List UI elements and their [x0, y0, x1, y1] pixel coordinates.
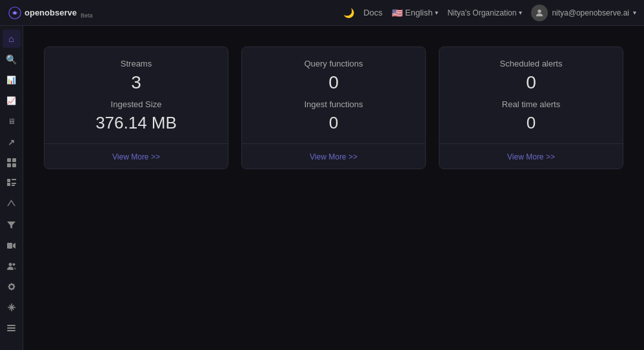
svg-rect-3	[7, 158, 11, 162]
svg-rect-12	[7, 243, 12, 249]
navbar-left: openobserve Beta	[8, 6, 92, 20]
settings-icon	[7, 282, 16, 291]
svg-rect-6	[12, 163, 16, 167]
org-button[interactable]: Nitya's Organization ▾	[447, 8, 522, 17]
streams-title: Streams	[60, 59, 212, 68]
functions-card-footer: View More >>	[242, 143, 425, 169]
svg-point-14	[12, 263, 15, 266]
avatar	[531, 5, 548, 21]
dashboards-icon	[7, 158, 16, 167]
metrics-icon: 📈	[6, 96, 16, 105]
alerts-title: Scheduled alerts	[455, 59, 607, 68]
functions-view-more-button[interactable]: View More >>	[310, 152, 357, 161]
search-icon: 🔍	[6, 54, 17, 65]
functions-subtitle: Ingest functions	[257, 99, 410, 109]
svg-rect-5	[7, 163, 11, 167]
dark-mode-button[interactable]: 🌙	[343, 8, 354, 18]
sidebar-item-rum[interactable]: ↗	[3, 133, 21, 151]
content-area: Streams 3 Ingested Size 376.14 MB View M…	[23, 26, 644, 350]
org-chevron-icon: ▾	[519, 9, 522, 16]
alerts-card-footer: View More >>	[439, 143, 623, 169]
svg-rect-17	[7, 330, 15, 331]
sidebar-item-traces[interactable]: 🖥	[3, 112, 21, 130]
beta-badge: Beta	[81, 12, 93, 19]
home-icon: ⌂	[8, 34, 14, 44]
filters-icon	[7, 221, 15, 229]
svg-rect-4	[12, 158, 16, 162]
user-button[interactable]: nitya@openobserve.ai ▾	[531, 5, 636, 21]
svg-rect-9	[7, 183, 10, 186]
sidebar-item-reports[interactable]	[3, 174, 21, 192]
users-icon	[7, 262, 16, 270]
alerts-view-more-button[interactable]: View More >>	[507, 152, 555, 161]
alerts-subtitle: Real time alerts	[455, 99, 607, 109]
streams-view-more-button[interactable]: View More >>	[112, 152, 160, 161]
streams-subtitle: Ingested Size	[60, 99, 212, 109]
sidebar-item-logs[interactable]: 📊	[3, 71, 21, 89]
sidebar-item-settings[interactable]	[3, 278, 21, 296]
alerts-card: Scheduled alerts 0 Real time alerts 0 Vi…	[439, 46, 623, 169]
alerts-value: 0	[455, 72, 607, 93]
svg-rect-15	[7, 325, 15, 326]
sidebar-item-users[interactable]	[3, 257, 21, 275]
docs-label: Docs	[363, 8, 383, 17]
sidebar-item-metrics[interactable]: 📈	[3, 92, 21, 110]
streams-card-body: Streams 3 Ingested Size 376.14 MB	[45, 47, 228, 143]
svg-rect-10	[12, 183, 16, 184]
svg-point-13	[8, 263, 12, 266]
alerts-card-body: Scheduled alerts 0 Real time alerts 0	[439, 47, 623, 143]
main-layout: ⌂ 🔍 📊 📈 🖥 ↗	[0, 26, 644, 350]
sidebar-item-search[interactable]: 🔍	[3, 50, 21, 68]
docs-button[interactable]: Docs	[363, 8, 383, 17]
navbar-right: 🌙 Docs 🇺🇸 English ▾ Nitya's Organization…	[343, 5, 636, 21]
svg-rect-8	[12, 179, 16, 180]
svg-rect-7	[7, 179, 10, 182]
sidebar-item-dashboards[interactable]	[3, 154, 21, 172]
sidebar-item-filters[interactable]	[3, 216, 21, 234]
chevron-down-icon: ▾	[435, 9, 438, 16]
svg-point-1	[14, 11, 17, 14]
svg-rect-11	[12, 185, 15, 186]
rum-icon: ↗	[8, 138, 15, 147]
streams-card: Streams 3 Ingested Size 376.14 MB View M…	[44, 46, 228, 169]
more-icon	[7, 325, 15, 331]
org-label: Nitya's Organization	[447, 8, 516, 17]
functions-subvalue: 0	[257, 113, 410, 133]
user-icon	[534, 8, 545, 18]
alerts-subvalue: 0	[455, 113, 607, 133]
language-button[interactable]: 🇺🇸 English ▾	[392, 8, 439, 18]
functions-value: 0	[257, 72, 410, 93]
language-label: English	[405, 8, 433, 17]
alerts-icon	[7, 200, 15, 209]
sidebar-item-alerts[interactable]	[3, 195, 21, 213]
streams-value: 3	[60, 72, 212, 93]
logo-icon	[8, 6, 22, 20]
user-chevron-icon: ▾	[633, 9, 636, 16]
logo-text: openobserve	[25, 8, 77, 17]
logo: openobserve Beta	[8, 6, 92, 20]
functions-title: Query functions	[257, 59, 410, 68]
svg-point-2	[538, 9, 541, 12]
cards-row: Streams 3 Ingested Size 376.14 MB View M…	[44, 46, 623, 169]
logs-icon: 📊	[6, 76, 16, 85]
flag-icon: 🇺🇸	[392, 8, 403, 18]
svg-rect-16	[7, 327, 15, 329]
sidebar-item-integrations[interactable]	[3, 298, 21, 316]
sidebar-item-home[interactable]: ⌂	[3, 30, 21, 48]
functions-card: Query functions 0 Ingest functions 0 Vie…	[241, 46, 426, 169]
user-email: nitya@openobserve.ai	[552, 8, 629, 17]
sidebar-item-video[interactable]	[3, 236, 21, 254]
sidebar: ⌂ 🔍 📊 📈 🖥 ↗	[0, 26, 23, 350]
reports-icon	[7, 179, 16, 188]
integrations-icon	[7, 303, 16, 312]
streams-card-footer: View More >>	[45, 143, 228, 169]
navbar: openobserve Beta 🌙 Docs 🇺🇸 English ▾ Nit…	[0, 0, 644, 26]
functions-card-body: Query functions 0 Ingest functions 0	[242, 47, 425, 143]
streams-subvalue: 376.14 MB	[60, 113, 212, 133]
moon-icon: 🌙	[343, 8, 354, 18]
traces-icon: 🖥	[8, 117, 15, 126]
video-icon	[7, 242, 15, 250]
sidebar-item-more[interactable]	[3, 319, 21, 337]
